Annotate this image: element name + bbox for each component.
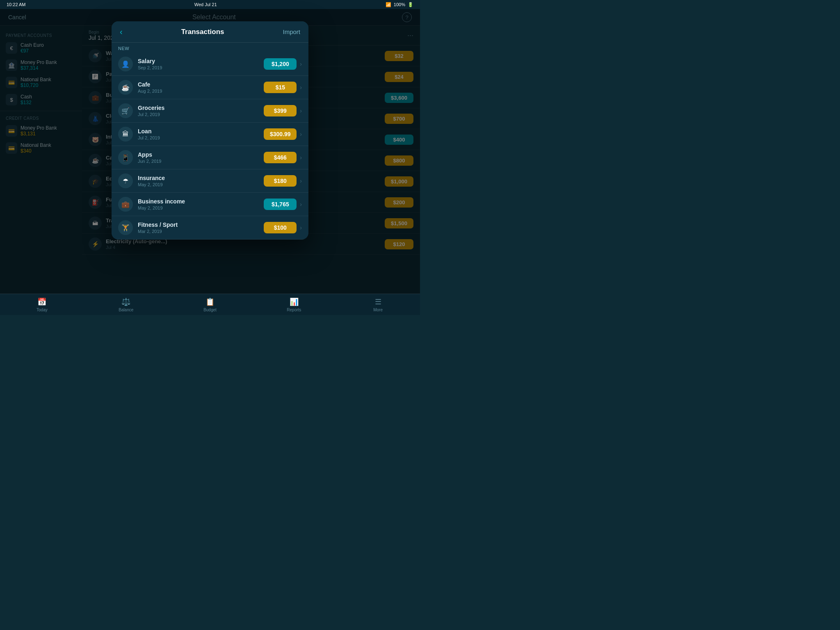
battery-level: 100% — [394, 2, 405, 7]
transaction-amount-1: $15 — [264, 82, 297, 93]
reports-icon: 📊 — [290, 297, 299, 306]
modal-transaction-item[interactable]: 📱 Apps Jun 2, 2019 $466 › — [112, 146, 308, 169]
wifi-icon: 📶 — [386, 2, 391, 7]
tab-budget[interactable]: 📋 Budget — [168, 295, 252, 315]
transaction-name-2: Groceries — [138, 105, 264, 111]
chevron-right-icon-7: › — [300, 224, 302, 231]
budget-label: Budget — [203, 308, 217, 312]
chevron-right-icon-1: › — [300, 84, 302, 91]
more-label: More — [373, 308, 383, 312]
transaction-icon-5: ☂ — [118, 173, 133, 188]
modal-transaction-item[interactable]: 💼 Business income May 2, 2019 $1,765 › — [112, 193, 308, 216]
transaction-icon-1: ☕ — [118, 80, 133, 95]
transaction-name-7: Fitness / Sport — [138, 221, 264, 228]
transaction-name-0: Salary — [138, 58, 264, 64]
status-date: Wed Jul 21 — [194, 2, 217, 7]
chevron-right-icon-6: › — [300, 201, 302, 208]
transaction-date-6: May 2, 2019 — [138, 205, 264, 210]
modal-transaction-item[interactable]: 🏛 Loan Jul 2, 2019 $300.99 › — [112, 123, 308, 146]
status-time: 10:22 AM — [7, 2, 25, 7]
tab-more[interactable]: ☰ More — [336, 295, 420, 315]
transaction-name-6: Business income — [138, 198, 264, 205]
balance-icon: ⚖️ — [121, 297, 130, 306]
chevron-right-icon-3: › — [300, 131, 302, 137]
transaction-icon-3: 🏛 — [118, 127, 133, 142]
transaction-icon-6: 💼 — [118, 197, 133, 212]
import-button[interactable]: Import — [283, 28, 300, 35]
transaction-amount-6: $1,765 — [264, 199, 297, 210]
transaction-amount-2: $399 — [264, 105, 297, 116]
transaction-amount-7: $100 — [264, 222, 297, 233]
balance-label: Balance — [119, 308, 133, 312]
battery-icon: 🔋 — [408, 2, 413, 7]
status-right: 📶 100% 🔋 — [386, 2, 413, 7]
transaction-date-4: Jun 2, 2019 — [138, 159, 264, 164]
modal-transaction-item[interactable]: 🏋 Fitness / Sport Mar 2, 2019 $100 › — [112, 216, 308, 240]
transactions-modal: ‹ Transactions Import NEW 👤 Salary Sep 2… — [112, 21, 308, 240]
transaction-amount-4: $466 — [264, 152, 297, 163]
tab-reports[interactable]: 📊 Reports — [252, 295, 336, 315]
transaction-date-2: Jul 2, 2019 — [138, 112, 264, 117]
status-bar: 10:22 AM Wed Jul 21 📶 100% 🔋 — [0, 0, 420, 9]
chevron-right-icon-5: › — [300, 178, 302, 184]
modal-title: Transactions — [181, 28, 224, 36]
modal-overlay: ‹ Transactions Import NEW 👤 Salary Sep 2… — [0, 9, 420, 294]
modal-transaction-item[interactable]: 👤 Salary Sep 2, 2019 $1,200 › — [112, 52, 308, 76]
transaction-icon-2: 🛒 — [118, 103, 133, 118]
chevron-right-icon-2: › — [300, 107, 302, 114]
modal-transaction-item[interactable]: 🛒 Groceries Jul 2, 2019 $399 › — [112, 99, 308, 123]
transaction-name-5: Insurance — [138, 175, 264, 181]
chevron-right-icon-0: › — [300, 61, 302, 67]
transaction-icon-0: 👤 — [118, 57, 133, 71]
budget-icon: 📋 — [205, 297, 215, 306]
tab-today[interactable]: 📅 Today — [0, 295, 84, 315]
more-icon: ☰ — [375, 297, 381, 306]
modal-transaction-item[interactable]: ☕ Cafe Aug 2, 2019 $15 › — [112, 76, 308, 99]
transaction-amount-3: $300.99 — [264, 128, 297, 140]
transaction-name-1: Cafe — [138, 81, 264, 88]
transaction-name-4: Apps — [138, 151, 264, 158]
transaction-name-3: Loan — [138, 128, 264, 135]
transaction-icon-7: 🏋 — [118, 220, 133, 235]
back-button[interactable]: ‹ — [120, 27, 123, 37]
transaction-date-7: Mar 2, 2019 — [138, 229, 264, 234]
modal-transaction-item[interactable]: ☂ Insurance May 2, 2019 $180 › — [112, 169, 308, 193]
transaction-icon-4: 📱 — [118, 150, 133, 165]
modal-section-new: NEW — [112, 43, 308, 52]
transaction-amount-5: $180 — [264, 175, 297, 187]
today-label: Today — [37, 308, 48, 312]
tab-balance[interactable]: ⚖️ Balance — [84, 295, 168, 315]
today-icon: 📅 — [37, 297, 46, 306]
reports-label: Reports — [287, 308, 301, 312]
modal-transactions-list: 👤 Salary Sep 2, 2019 $1,200 › ☕ Cafe Aug… — [112, 52, 308, 240]
modal-header: ‹ Transactions Import — [112, 21, 308, 43]
transaction-date-0: Sep 2, 2019 — [138, 65, 264, 70]
transaction-date-5: May 2, 2019 — [138, 182, 264, 187]
transaction-date-3: Jul 2, 2019 — [138, 135, 264, 140]
transaction-date-1: Aug 2, 2019 — [138, 89, 264, 94]
transaction-amount-0: $1,200 — [264, 58, 297, 70]
modal-body: NEW 👤 Salary Sep 2, 2019 $1,200 › ☕ Cafe… — [112, 43, 308, 240]
chevron-right-icon-4: › — [300, 154, 302, 161]
tab-bar: 📅 Today ⚖️ Balance 📋 Budget 📊 Reports ☰ … — [0, 294, 420, 315]
